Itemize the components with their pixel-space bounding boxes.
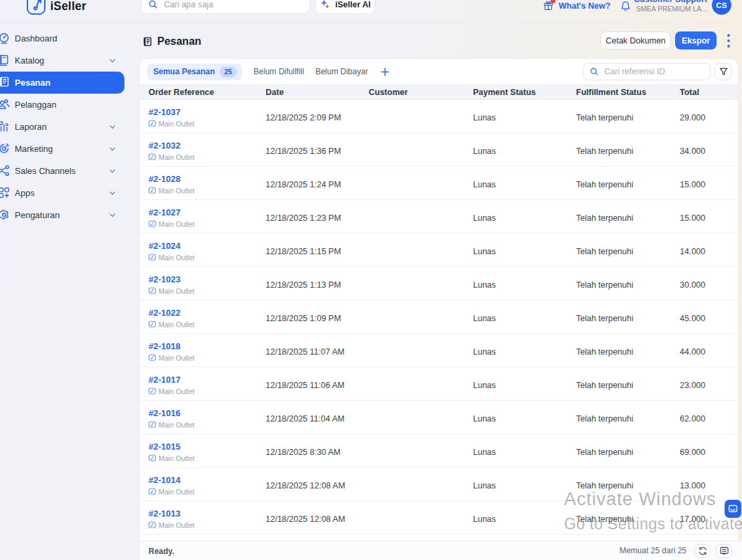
order-reference-link[interactable]: #2-1013 xyxy=(149,508,181,519)
sparkles-icon xyxy=(320,0,331,9)
order-customer xyxy=(369,300,473,333)
fulfillment-status: Telah terpenuhi xyxy=(576,434,680,467)
laporan-icon xyxy=(0,120,10,132)
log-button[interactable] xyxy=(716,544,732,558)
sidebar-item-label: Pesanan xyxy=(15,78,50,88)
table-row[interactable]: #2-1024 Main Outlet 12/18/2025 1:15 PM L… xyxy=(140,234,738,267)
chevron-down-icon xyxy=(109,146,116,153)
order-reference-link[interactable]: #2-1014 xyxy=(149,475,181,485)
table-row[interactable]: #2-1018 Main Outlet 12/18/2025 11:07 AM … xyxy=(140,334,738,367)
fulfillment-status: Telah terpenuhi xyxy=(576,100,680,132)
order-reference-link[interactable]: #2-1023 xyxy=(149,274,181,284)
outlet-label: Main Outlet xyxy=(159,454,195,462)
order-customer xyxy=(369,133,473,166)
global-search[interactable] xyxy=(141,0,310,14)
outlet-label: Main Outlet xyxy=(159,187,195,195)
chat-bubble-icon xyxy=(728,504,738,514)
order-reference-link[interactable]: #2-1022 xyxy=(149,308,181,318)
add-tab-button[interactable] xyxy=(381,68,389,76)
reference-search-input[interactable] xyxy=(604,67,698,76)
order-reference-link[interactable]: #2-1016 xyxy=(149,408,181,418)
outlet-label: Main Outlet xyxy=(159,254,195,262)
fulfillment-status: Telah terpenuhi xyxy=(576,234,680,266)
order-reference-link[interactable]: #2-1028 xyxy=(149,174,181,184)
iseller-ai-button[interactable]: iSeller AI xyxy=(315,0,375,14)
order-reference-link[interactable]: #2-1017 xyxy=(149,375,181,385)
sidebar-item-apps[interactable]: Apps xyxy=(0,182,124,204)
tab-belum-dibayar[interactable]: Belum Dibayar xyxy=(315,67,368,76)
sidebar-item-label: Dashboard xyxy=(15,33,58,44)
table-row[interactable]: #2-1014 Main Outlet 12/18/2025 12:08 AM … xyxy=(140,468,738,501)
more-options-button[interactable] xyxy=(722,31,735,50)
order-date: 12/18/2025 11:04 AM xyxy=(266,401,369,434)
table-row[interactable]: #2-1017 Main Outlet 12/18/2025 11:06 AM … xyxy=(140,367,738,401)
order-reference-link[interactable]: #2-1015 xyxy=(149,442,181,452)
outlet-tag: Main Outlet xyxy=(149,354,195,362)
refresh-button[interactable] xyxy=(694,544,711,558)
sidebar-item-label: Katalog xyxy=(15,56,44,66)
order-total: 29.000 xyxy=(680,100,738,132)
sidebar-item-pelanggan[interactable]: Pelanggan xyxy=(0,94,124,116)
account-menu[interactable]: Customer Support SMEA PREMIUM LA... xyxy=(634,0,707,13)
iseller-logo-icon[interactable] xyxy=(27,0,45,15)
sidebar-item-sales-channels[interactable]: Sales Channels xyxy=(0,160,124,182)
table-row[interactable]: #2-1027 Main Outlet 12/18/2025 1:23 PM L… xyxy=(140,200,738,234)
order-customer xyxy=(369,501,473,534)
global-search-input[interactable] xyxy=(164,0,291,13)
table-row[interactable]: #2-1032 Main Outlet 12/18/2025 1:36 PM L… xyxy=(140,133,738,167)
chevron-down-icon xyxy=(109,168,116,175)
status-text: Ready. xyxy=(149,547,174,556)
chevron-down-icon xyxy=(109,212,116,219)
sidebar-item-pengaturan[interactable]: Pengaturan xyxy=(0,204,124,226)
outlet-tag: Main Outlet xyxy=(149,387,195,395)
export-button[interactable]: Ekspor xyxy=(675,31,717,50)
payment-status: Lunas xyxy=(473,367,576,400)
column-header-date[interactable]: Date xyxy=(266,85,369,99)
order-reference-link[interactable]: #2-1024 xyxy=(149,241,181,251)
order-reference-link[interactable]: #2-1018 xyxy=(149,341,181,351)
sidebar-item-dashboard[interactable]: Dashboard xyxy=(0,27,124,50)
row-count-text: Memuat 25 dari 25 xyxy=(620,546,686,556)
sidebar-item-laporan[interactable]: Laporan xyxy=(0,116,124,138)
order-reference-link[interactable]: #2-1027 xyxy=(149,207,181,217)
sidebar-item-katalog[interactable]: Katalog xyxy=(0,50,124,72)
table-row[interactable]: #2-1022 Main Outlet 12/18/2025 1:09 PM L… xyxy=(140,300,738,334)
whats-new-link[interactable]: What's New? xyxy=(543,0,610,11)
outlet-icon xyxy=(149,287,156,294)
column-header-customer[interactable]: Customer xyxy=(369,85,473,99)
order-reference-link[interactable]: #2-1032 xyxy=(149,141,181,151)
column-header-payment-status[interactable]: Payment Status xyxy=(473,85,576,99)
sidebar-item-marketing[interactable]: Marketing xyxy=(0,138,124,160)
sidebar-item-pesanan[interactable]: Pesanan xyxy=(0,72,124,94)
avatar[interactable]: CS xyxy=(712,0,731,15)
chat-support-button[interactable] xyxy=(725,500,741,518)
payment-status: Lunas xyxy=(473,133,576,166)
table-row[interactable]: #2-1028 Main Outlet 12/18/2025 1:24 PM L… xyxy=(140,167,738,200)
tabs-row: Semua Pesanan 25 Belum Difullfill Belum … xyxy=(140,59,738,84)
outlet-icon xyxy=(149,153,156,161)
filter-button[interactable] xyxy=(715,63,732,80)
table-row[interactable]: #2-1023 Main Outlet 12/18/2025 1:13 PM L… xyxy=(140,267,738,300)
page-header: Pesanan Cetak Dokumen Ekspor xyxy=(140,23,738,59)
table-row[interactable]: #2-1015 Main Outlet 12/18/2025 8:30 AM L… xyxy=(140,434,738,468)
outlet-label: Main Outlet xyxy=(159,354,195,362)
column-header-total[interactable]: Total xyxy=(680,85,738,99)
order-date: 12/18/2025 1:23 PM xyxy=(266,200,369,233)
order-reference-link[interactable]: #2-1037 xyxy=(149,107,181,117)
sales-channels-icon xyxy=(0,165,10,177)
notifications-bell-button[interactable] xyxy=(620,1,631,11)
pesanan-icon xyxy=(0,76,10,88)
outlet-tag: Main Outlet xyxy=(149,153,195,161)
table-row[interactable]: #2-1016 Main Outlet 12/18/2025 11:04 AM … xyxy=(140,401,738,434)
order-date: 12/18/2025 1:13 PM xyxy=(266,267,369,300)
table-row[interactable]: #2-1037 Main Outlet 12/18/2025 2:09 PM L… xyxy=(140,100,738,133)
reference-search[interactable] xyxy=(583,63,711,80)
search-icon xyxy=(148,0,158,9)
outlet-tag: Main Outlet xyxy=(149,320,195,329)
column-header-order-reference[interactable]: Order Reference xyxy=(140,85,266,99)
tab-belum-difullfill[interactable]: Belum Difullfill xyxy=(254,67,304,76)
print-document-button[interactable]: Cetak Dokumen xyxy=(600,31,671,50)
tab-semua-pesanan[interactable]: Semua Pesanan 25 xyxy=(147,64,242,80)
column-header-fulfillment-status[interactable]: Fulfillment Status xyxy=(576,85,680,99)
table-row[interactable]: #2-1013 Main Outlet 12/18/2025 12:08 AM … xyxy=(140,501,738,535)
